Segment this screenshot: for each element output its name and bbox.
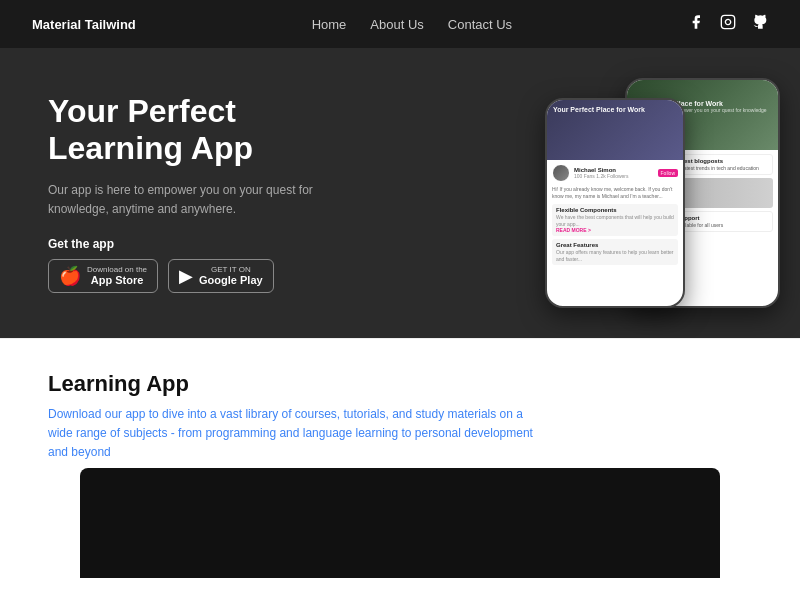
- apple-icon: 🍎: [59, 265, 81, 287]
- hero-section: Your Perfect Learning App Our app is her…: [0, 48, 800, 338]
- nav-links: Home About Us Contact Us: [312, 17, 512, 32]
- phone-profile: Michael Simon 100 Fans 1.2k Followers Fo…: [552, 164, 678, 182]
- app-buttons: 🍎 Download on the App Store ▶ GET IT ON …: [48, 259, 368, 293]
- brand-name: Material Tailwind: [32, 17, 136, 32]
- svg-rect-0: [721, 15, 734, 28]
- hero-content: Your Perfect Learning App Our app is her…: [48, 93, 368, 293]
- nav-social-icons: [688, 14, 768, 34]
- learning-section: Learning App Download our app to dive in…: [0, 338, 800, 468]
- bottom-section-wrapper: [0, 468, 800, 578]
- instagram-icon[interactable]: [720, 14, 736, 34]
- play-icon: ▶: [179, 265, 193, 287]
- phone-mockups: Your Perfect Place for Work Our app is h…: [500, 58, 780, 338]
- hero-description: Our app is here to empower you on your q…: [48, 181, 368, 219]
- learning-title: Learning App: [48, 371, 752, 397]
- phone-card-2: Great Features Our app offers many featu…: [552, 239, 678, 265]
- appstore-sublabel: Download on the: [87, 265, 147, 274]
- learning-description: Download our app to dive into a vast lib…: [48, 405, 548, 463]
- nav-link-about[interactable]: About Us: [370, 17, 423, 32]
- appstore-button[interactable]: 🍎 Download on the App Store: [48, 259, 158, 293]
- phone-mockup-front: Your Perfect Place for Work Michael Simo…: [545, 98, 685, 308]
- facebook-icon[interactable]: [688, 14, 704, 34]
- nav-link-contact[interactable]: Contact Us: [448, 17, 512, 32]
- playstore-button[interactable]: ▶ GET IT ON Google Play: [168, 259, 274, 293]
- bottom-dark-section: [80, 468, 720, 578]
- get-app-label: Get the app: [48, 237, 368, 251]
- playstore-sublabel: GET IT ON: [199, 265, 263, 274]
- appstore-label: App Store: [87, 274, 147, 286]
- navbar: Material Tailwind Home About Us Contact …: [0, 0, 800, 48]
- phone-card-1: Flexible Components We have the best com…: [552, 204, 678, 236]
- phone-avatar: [552, 164, 570, 182]
- github-icon[interactable]: [752, 14, 768, 34]
- nav-link-home[interactable]: Home: [312, 17, 347, 32]
- hero-title: Your Perfect Learning App: [48, 93, 368, 167]
- playstore-label: Google Play: [199, 274, 263, 286]
